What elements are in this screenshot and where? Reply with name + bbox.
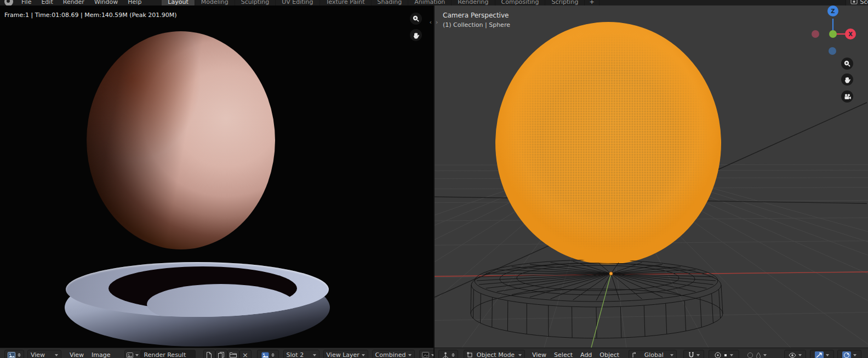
rendered-sphere	[87, 31, 275, 249]
view-layer-dropdown[interactable]: View Layer	[323, 350, 368, 358]
gizmo-minus-x-axis[interactable]	[812, 30, 819, 38]
close-icon: ×	[242, 353, 248, 358]
3d-viewport-header: Object Mode View Select Add Object Globa…	[435, 348, 868, 358]
3d-viewport-icon	[442, 352, 449, 358]
orientation-icon	[632, 352, 637, 358]
tab-animation[interactable]: Animation	[408, 0, 452, 5]
tab-scripting[interactable]: Scripting	[545, 0, 585, 5]
new-image-button[interactable]	[203, 350, 215, 358]
visibility-filter-dropdown[interactable]	[784, 350, 806, 358]
object-menu[interactable]: Object	[596, 351, 623, 358]
chevron-down-icon	[362, 354, 365, 356]
tab-rendering[interactable]: Rendering	[452, 0, 495, 5]
gizmo-y-axis[interactable]	[829, 30, 837, 38]
gizmo-z-axis[interactable]: Z	[827, 5, 838, 16]
image-editor-icon	[8, 352, 15, 358]
magnet-icon	[688, 352, 694, 358]
overlays-dropdown[interactable]	[837, 350, 861, 358]
tab-shading[interactable]: Shading	[372, 0, 409, 5]
editor-type-selector[interactable]	[438, 350, 458, 358]
browse-image-icon	[127, 353, 133, 358]
gizmo-x-axis[interactable]: X	[845, 29, 856, 39]
pivot-dot-icon	[723, 353, 728, 357]
render-pass-dropdown[interactable]: Combined	[372, 350, 415, 358]
render-slot-dropdown[interactable]: Slot 2	[283, 350, 319, 358]
active-object-breadcrumb: (1) Collection | Sphere	[443, 21, 510, 29]
camera-icon	[843, 93, 852, 100]
unlink-image-button[interactable]: ×	[239, 350, 252, 358]
mode-dropdown[interactable]: Object Mode	[464, 350, 525, 358]
overlays-icon	[842, 351, 851, 358]
snap-toggle[interactable]	[683, 350, 704, 358]
chevron-down-icon	[798, 354, 802, 356]
chevron-updown-icon	[18, 353, 21, 357]
scene-selector[interactable]: Scene	[846, 0, 868, 5]
view-menu[interactable]: View	[528, 351, 550, 358]
chevron-down-icon	[135, 354, 139, 356]
display-channels-dropdown[interactable]	[419, 350, 433, 358]
region-split-arrow-left[interactable]: ‹	[430, 19, 432, 26]
magnifier-plus-icon	[412, 15, 420, 22]
select-menu[interactable]: Select	[550, 351, 576, 358]
image-editor-header: View View Image Render Result	[0, 348, 433, 358]
menu-edit[interactable]: Edit	[36, 0, 58, 5]
render-stats: Frame:1 | Time:01:08.69 | Mem:140.59M (P…	[4, 12, 177, 19]
transform-orientation-dropdown[interactable]: Global	[629, 350, 677, 358]
editor-type-selector[interactable]	[4, 350, 24, 358]
image-editor-viewport[interactable]: Frame:1 | Time:01:08.69 | Mem:140.59M (P…	[0, 5, 433, 348]
image-datablock-selector[interactable]	[257, 350, 279, 358]
menu-help[interactable]: Help	[123, 0, 146, 5]
chevron-down-icon	[518, 354, 522, 356]
gizmo-minus-z-axis[interactable]	[829, 47, 836, 55]
tab-layout[interactable]: Layout	[162, 0, 195, 5]
viewport-pan-button[interactable]	[841, 73, 853, 86]
chevron-down-icon	[431, 354, 433, 356]
region-split-arrow-right[interactable]: ›	[436, 19, 438, 26]
workspace-tabs: Layout Modeling Sculpting UV Editing Tex…	[162, 0, 599, 5]
blender-logo-icon[interactable]	[4, 0, 13, 5]
chevron-down-icon	[763, 354, 767, 356]
gizmos-dropdown[interactable]	[810, 350, 834, 358]
tab-texture-paint[interactable]: Texture Paint	[320, 0, 372, 5]
open-image-button[interactable]	[227, 350, 239, 358]
new-file-icon	[206, 352, 212, 358]
folder-icon	[230, 352, 237, 358]
pan-button[interactable]	[410, 29, 422, 41]
tab-modeling[interactable]: Modeling	[195, 0, 235, 5]
menu-file[interactable]: File	[16, 0, 36, 5]
display-channels-icon	[422, 352, 429, 358]
duplicate-image-button[interactable]	[215, 350, 227, 358]
scene-name: Scene	[860, 0, 868, 5]
zoom-in-button[interactable]	[410, 13, 422, 25]
chevron-updown-icon	[271, 353, 275, 357]
3d-viewport[interactable]: Camera Perspective (1) Collection | Sphe…	[435, 5, 868, 348]
hand-icon	[844, 76, 851, 83]
falloff-teardrop-icon	[756, 352, 761, 358]
proportional-editing-toggle[interactable]	[709, 350, 739, 358]
copy-icon	[218, 352, 225, 358]
add-workspace-button[interactable]: +	[585, 0, 599, 5]
view-menu[interactable]: View	[66, 351, 88, 358]
viewport-zoom-button[interactable]	[841, 58, 853, 70]
menu-render[interactable]: Render	[58, 0, 89, 5]
chevron-down-icon	[313, 354, 316, 356]
chevron-down-icon	[670, 354, 673, 356]
tab-uv-editing[interactable]: UV Editing	[276, 0, 319, 5]
tab-compositing[interactable]: Compositing	[495, 0, 546, 5]
proportional-falloff-dropdown[interactable]	[743, 350, 771, 358]
chevron-updown-icon	[452, 353, 455, 357]
tab-sculpting[interactable]: Sculpting	[235, 0, 276, 5]
menu-window[interactable]: Window	[89, 0, 123, 5]
viewport-camera-button[interactable]	[841, 90, 853, 103]
magnifier-plus-icon	[843, 60, 851, 67]
rendered-pedestal	[60, 262, 337, 348]
browse-image-dropdown[interactable]	[124, 350, 141, 358]
gizmo-arrow-icon	[815, 351, 824, 358]
image-menu[interactable]: Image	[88, 351, 114, 358]
image-datablock-icon	[261, 352, 269, 358]
image-name-field[interactable]: Render Result	[141, 350, 196, 358]
chevron-down-icon	[696, 354, 700, 356]
falloff-circle-icon	[747, 352, 753, 358]
add-menu[interactable]: Add	[576, 351, 596, 358]
editor-mode-dropdown[interactable]: View	[27, 350, 61, 358]
